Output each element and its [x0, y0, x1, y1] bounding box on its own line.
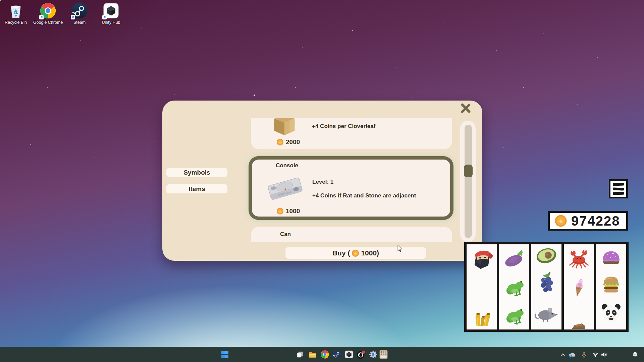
item-description: +4 Coins per Cloverleaf [312, 123, 375, 130]
file-explorer-icon [308, 351, 317, 359]
close-button[interactable] [460, 103, 472, 115]
cardboard-box-icon [268, 118, 301, 138]
symbol-ice-cream-icon [564, 273, 594, 301]
coin-icon [276, 207, 284, 215]
tab-symbols-label: Symbols [183, 169, 210, 176]
coin-icon [276, 138, 284, 146]
coin-counter: 974228 [548, 211, 628, 231]
settings-button[interactable] [368, 347, 378, 362]
notification-badge [362, 350, 365, 353]
symbol-eggplant-icon [499, 244, 529, 273]
file-explorer-button[interactable] [307, 347, 317, 362]
close-icon [460, 103, 471, 114]
symbol-avocado-icon [531, 244, 561, 270]
coin-total: 974228 [571, 214, 620, 229]
wifi-icon [592, 352, 598, 357]
volume-tray-button[interactable] [600, 347, 608, 362]
volume-icon [601, 352, 607, 357]
onedrive-tray-button[interactable] [568, 347, 577, 362]
slot-game-window-button[interactable] [379, 347, 388, 362]
shop-item-list: +4 Coins per Cloverleaf 2000 Console [238, 118, 456, 242]
menu-button[interactable] [609, 179, 628, 198]
microphone-icon [581, 352, 587, 358]
item-title: Can [280, 231, 291, 238]
symbol-empty [467, 273, 497, 301]
desktop-icon-label: Unity Hub [96, 20, 126, 25]
steam-taskbar-button[interactable] [332, 347, 342, 362]
symbol-donut-cake-icon [596, 244, 626, 270]
board-column-4 [564, 244, 594, 329]
wifi-tray-button[interactable] [591, 347, 600, 362]
board-column-1 [467, 244, 497, 329]
desktop-icon-label: Steam [64, 20, 95, 25]
microphone-tray-button[interactable] [580, 347, 588, 362]
chrome-icon [321, 350, 329, 359]
symbol-golden-coral-icon [467, 301, 497, 329]
symbol-burger-icon [596, 270, 626, 299]
buy-button[interactable]: Buy ( 1000) [285, 247, 426, 259]
board-column-2 [499, 244, 529, 329]
symbol-rat-icon [531, 298, 561, 326]
symbol-wood-partial-icon [572, 323, 587, 329]
symbol-panda-icon [596, 299, 626, 327]
board-column-3 [531, 244, 561, 329]
svg-text:z: z [634, 353, 635, 355]
desktop-icon-google-chrome[interactable]: Google Chrome [33, 3, 63, 25]
steam-icon [333, 350, 341, 359]
item-price: 1000 [276, 207, 300, 215]
obs-studio-button[interactable] [356, 347, 366, 362]
task-view-icon [296, 351, 304, 358]
windows-start-icon [221, 351, 229, 358]
coin-icon [352, 249, 359, 257]
buy-label-amount: 1000) [361, 249, 379, 257]
symbol-board [464, 242, 629, 332]
desktop-icon-recycle-bin[interactable]: Recycle Bin [0, 3, 31, 25]
shop-item-cloverleaf-box[interactable]: +4 Coins per Cloverleaf 2000 [251, 118, 452, 149]
item-level: Level: 1 [312, 179, 333, 185]
symbol-ninja-icon [467, 244, 497, 273]
slot-game-window-icon [379, 350, 388, 359]
buy-label-prefix: Buy ( [332, 249, 350, 257]
shortcut-arrow-icon [102, 15, 107, 19]
recycle-bin-icon [8, 3, 24, 19]
unity-hub-taskbar-button[interactable] [344, 347, 354, 362]
wallpaper-stars [0, 0, 1, 1]
item-title: Console [276, 162, 298, 169]
bell-dnd-icon: z z [632, 351, 638, 358]
shortcut-arrow-icon [39, 15, 44, 19]
game-console-icon [263, 171, 307, 206]
desktop-icon-unity-hub[interactable]: Unity Hub [96, 3, 126, 25]
chrome-icon [40, 3, 56, 19]
task-view-button[interactable] [295, 347, 305, 362]
item-price: 2000 [276, 138, 300, 146]
tab-items[interactable]: Items [166, 184, 227, 193]
item-description: +4 Coins if Rat and Stone are adjacent [312, 192, 416, 199]
unity-hub-icon [103, 3, 119, 19]
tray-chevron-button[interactable] [559, 347, 567, 362]
hamburger-menu-icon [613, 183, 624, 186]
unity-hub-icon [345, 350, 353, 359]
desktop-icon-label: Recycle Bin [0, 20, 31, 25]
onedrive-cloud-icon [569, 352, 576, 358]
taskbar: Search [0, 347, 644, 362]
desktop-icon-steam[interactable]: Steam [64, 3, 95, 25]
notification-bell-button[interactable]: z z [631, 347, 639, 362]
desktop: Recycle Bin Google Chrome [0, 0, 644, 362]
scrollbar-thumb[interactable] [464, 165, 473, 177]
obs-studio-icon [357, 350, 365, 359]
tab-symbols[interactable]: Symbols [166, 168, 227, 177]
shop-item-console[interactable]: Console [249, 156, 453, 220]
svg-text:z: z [636, 352, 636, 354]
chrome-taskbar-button[interactable] [320, 347, 330, 362]
scrollbar-track[interactable] [465, 125, 472, 238]
symbol-frog-icon [499, 273, 529, 301]
symbol-frog-icon [499, 301, 529, 329]
symbol-grapes-icon [531, 270, 561, 298]
symbol-crab-icon [564, 244, 594, 273]
chevron-up-icon [561, 353, 565, 356]
board-column-5 [596, 244, 626, 329]
shop-item-can[interactable]: Can [251, 227, 452, 242]
settings-gear-icon [369, 350, 377, 359]
coin-icon [554, 215, 567, 227]
start-button[interactable] [220, 347, 230, 362]
